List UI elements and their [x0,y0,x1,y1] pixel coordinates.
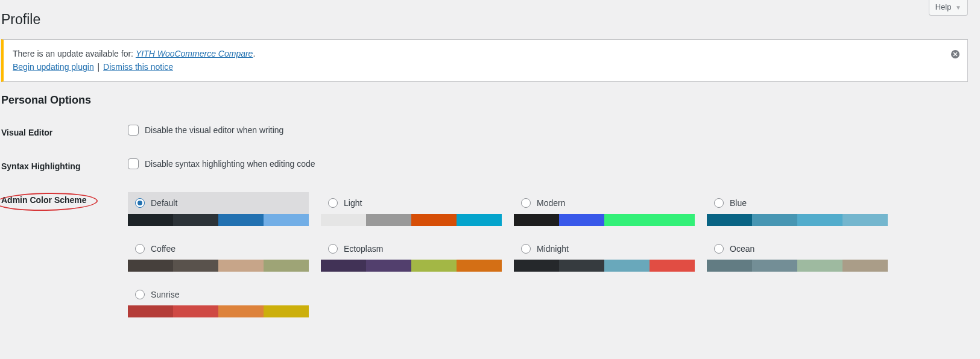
color-swatch [173,214,218,226]
scheme-head: Default [128,192,309,214]
visual-editor-checkbox[interactable] [128,125,139,136]
scheme-name: Modern [537,198,565,208]
chevron-down-icon: ▼ [955,4,961,11]
scheme-name: Blue [730,198,747,208]
color-swatch [218,305,264,317]
color-scheme-option[interactable]: Ocean [707,238,888,272]
help-label: Help [935,2,952,11]
scheme-radio[interactable] [328,198,338,208]
color-swatch [797,260,842,272]
color-swatch [559,214,604,226]
visual-editor-checkbox-label[interactable]: Disable the visual editor when writing [128,125,962,136]
color-swatch [457,214,502,226]
color-swatch [457,260,502,272]
notice-text: There is an update available for: [13,49,136,58]
color-swatch [128,214,173,226]
color-swatch [604,214,650,226]
color-swatch [604,260,650,272]
color-swatch [650,214,695,226]
begin-update-link[interactable]: Begin updating plugin [13,62,94,72]
scheme-head: Modern [514,192,695,214]
scheme-name: Sunrise [151,290,179,299]
update-notice: There is an update available for: YITH W… [1,39,968,82]
scheme-head: Light [321,192,502,214]
color-scheme-grid: DefaultLightModernBlueCoffeeEctoplasmMid… [128,192,962,317]
color-swatch [321,214,366,226]
scheme-radio[interactable] [135,198,145,208]
color-swatch [707,214,752,226]
color-swatch [128,305,173,317]
color-swatch [366,260,411,272]
color-swatch [264,305,309,317]
color-swatch [707,260,752,272]
color-scheme-option[interactable]: Ectoplasm [321,238,502,272]
plugin-link[interactable]: YITH WooCommerce Compare [136,49,253,58]
color-swatch [752,260,797,272]
color-swatch [411,214,457,226]
scheme-radio[interactable] [714,198,724,208]
scheme-name: Ocean [730,244,754,254]
scheme-swatches [514,260,695,272]
color-swatch [128,260,173,272]
scheme-name: Default [151,198,177,208]
color-swatch [752,214,797,226]
color-swatch [264,214,309,226]
scheme-swatches [128,305,309,317]
scheme-radio[interactable] [521,244,531,254]
color-swatch [797,214,842,226]
color-scheme-option[interactable]: Sunrise [128,284,309,317]
separator: | [98,62,103,72]
color-swatch [514,214,559,226]
color-swatch [218,214,264,226]
color-swatch [842,214,888,226]
color-swatch [218,260,264,272]
scheme-head: Ocean [707,238,888,260]
scheme-name: Light [344,198,362,208]
color-swatch [173,305,218,317]
color-swatch [650,260,695,272]
syntax-highlighting-label: Syntax Highlighting [1,149,122,183]
scheme-head: Midnight [514,238,695,260]
close-icon[interactable] [950,47,960,64]
color-scheme-option[interactable]: Modern [514,192,695,226]
scheme-swatches [707,260,888,272]
page-title: Profile [1,6,968,30]
scheme-radio[interactable] [135,290,145,299]
help-dropdown-button[interactable]: Help ▼ [929,0,968,16]
scheme-radio[interactable] [135,244,145,254]
color-scheme-option[interactable]: Default [128,192,309,226]
color-swatch [411,260,457,272]
color-scheme-option[interactable]: Light [321,192,502,226]
color-swatch [842,260,888,272]
visual-editor-label: Visual Editor [1,116,122,149]
color-scheme-option[interactable]: Blue [707,192,888,226]
scheme-swatches [707,214,888,226]
scheme-swatches [321,214,502,226]
section-personal-options: Personal Options [1,94,968,107]
scheme-name: Coffee [151,244,175,254]
color-scheme-option[interactable]: Midnight [514,238,695,272]
color-swatch [321,260,366,272]
scheme-swatches [128,214,309,226]
scheme-name: Midnight [537,244,569,254]
scheme-radio[interactable] [328,244,338,254]
syntax-highlighting-checkbox[interactable] [128,158,139,169]
color-swatch [264,260,309,272]
scheme-head: Ectoplasm [321,238,502,260]
color-scheme-option[interactable]: Coffee [128,238,309,272]
scheme-swatches [128,260,309,272]
scheme-swatches [514,214,695,226]
color-swatch [173,260,218,272]
scheme-head: Sunrise [128,284,309,305]
scheme-radio[interactable] [521,198,531,208]
scheme-head: Blue [707,192,888,214]
scheme-name: Ectoplasm [344,244,383,254]
scheme-radio[interactable] [714,244,724,254]
syntax-highlighting-checkbox-label[interactable]: Disable syntax highlighting when editing… [128,158,962,169]
color-swatch [366,214,411,226]
scheme-swatches [321,260,502,272]
annotation-ellipse [0,192,98,211]
dismiss-notice-link[interactable]: Dismiss this notice [103,62,173,72]
color-swatch [559,260,604,272]
scheme-head: Coffee [128,238,309,260]
